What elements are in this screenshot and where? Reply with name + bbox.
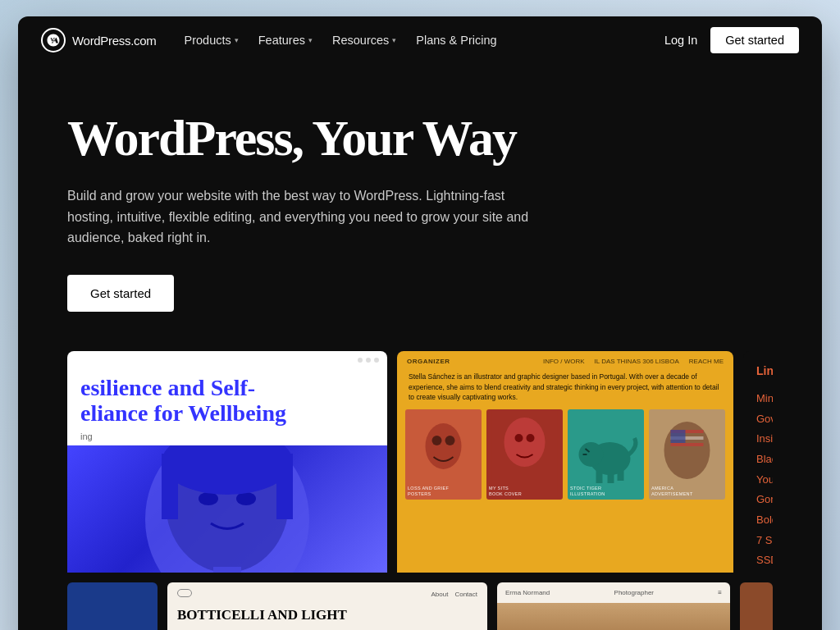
photographer-name: Erma Normand	[505, 589, 550, 596]
preview-strip: esilience and Self-eliance for Wellbeing…	[67, 351, 773, 573]
card-middle-nav: INFO / WORK IL DAS THINAS 306 LISBOA REA…	[543, 358, 724, 365]
svg-rect-21	[596, 471, 603, 483]
hero-section: WordPress, Your Way Build and grow your …	[18, 64, 822, 630]
artwork-my-sits: MY SITSBOOK COVER	[486, 409, 563, 500]
artwork-label-2: MY SITSBOOK COVER	[489, 486, 522, 497]
photographer-image	[497, 603, 730, 630]
site-name: WordPress.com	[72, 34, 157, 48]
wp-icon	[46, 33, 61, 48]
login-button[interactable]: Log In	[664, 34, 697, 47]
card-dot-2	[366, 358, 371, 363]
list-item: Gorilla Biscuits	[756, 490, 773, 510]
photographer-role: Photographer	[614, 589, 654, 596]
card-left-sub: ing	[80, 431, 374, 441]
svg-rect-23	[618, 468, 624, 481]
svg-point-11	[445, 436, 455, 445]
hero-title: WordPress, Your Way	[67, 110, 773, 166]
svg-point-10	[432, 436, 442, 445]
list-item: Youth of Today	[756, 470, 773, 491]
artwork-label-4: AMERICAADVERTISEMENT	[651, 486, 693, 497]
nav-features[interactable]: Features ▾	[250, 29, 321, 52]
nav-info: INFO / WORK	[543, 358, 585, 365]
card-dot-3	[374, 358, 379, 363]
card-left-title: esilience and Self-eliance for Wellbeing	[80, 376, 374, 427]
svg-point-15	[527, 434, 535, 442]
site-logo[interactable]: WordPress.com	[41, 28, 157, 52]
menu-icon: ≡	[718, 589, 722, 596]
svg-rect-29	[671, 430, 686, 443]
preview-card-botticelli: About Contact BOTTICELLI AND LIGHT	[167, 582, 487, 630]
svg-point-3	[236, 492, 256, 505]
card-b2-icons	[177, 589, 192, 597]
preview-card-blue	[67, 582, 158, 630]
lineup-list: Minor Threat Government Issue Inside Out…	[756, 389, 773, 573]
nav-right: Log In Get started	[664, 27, 799, 53]
artwork-label-3: STOIC TIGERILLUSTRATION	[570, 486, 605, 497]
nav-reach: REACH ME	[689, 358, 724, 365]
navbar: WordPress.com Products ▾ Features ▾ Reso…	[18, 16, 822, 64]
list-item: Inside Out	[756, 429, 773, 450]
artwork-loss-grief: LOSS AND GRIEFPOSTERS	[405, 409, 482, 500]
preview-card-resilience: esilience and Self-eliance for Wellbeing…	[67, 351, 387, 573]
preview-strip-2: About Contact BOTTICELLI AND LIGHT Erma …	[67, 573, 773, 630]
hero-cta-button[interactable]: Get started	[67, 275, 174, 312]
products-arrow-icon: ▾	[235, 36, 239, 44]
features-arrow-icon: ▾	[308, 36, 313, 44]
card-b2-nav: About Contact	[431, 591, 477, 598]
face-illustration	[67, 445, 387, 573]
svg-point-14	[515, 434, 523, 442]
preview-card-stella: ORGANIZER INFO / WORK IL DAS THINAS 306 …	[397, 351, 733, 573]
organizer-label: ORGANIZER	[407, 358, 450, 365]
svg-rect-28	[671, 443, 704, 446]
svg-point-18	[579, 442, 604, 467]
card-middle-header: ORGANIZER INFO / WORK IL DAS THINAS 306 …	[397, 351, 733, 368]
svg-point-2	[199, 492, 218, 505]
svg-point-9	[426, 423, 462, 469]
card-dot-1	[358, 358, 363, 363]
svg-rect-6	[276, 454, 293, 519]
list-item: Black Flag	[756, 450, 773, 470]
card-left-image	[67, 445, 387, 573]
nav-links: Products ▾ Features ▾ Resources ▾ Plans …	[176, 29, 664, 52]
artwork-america: AMERICAADVERTISEMENT	[649, 409, 725, 500]
hero-description: Build and grow your website with the bes…	[67, 185, 543, 249]
artwork-grid: LOSS AND GRIEFPOSTERS MY SITSBOOK COVER	[397, 409, 733, 500]
card-dots	[358, 358, 379, 363]
list-item: Minor Threat	[756, 389, 773, 409]
svg-rect-22	[608, 471, 614, 483]
list-item: Bold	[756, 510, 773, 531]
nav-products[interactable]: Products ▾	[176, 29, 247, 52]
svg-rect-5	[162, 454, 178, 519]
list-item: SSD	[756, 550, 773, 571]
about-link[interactable]: About	[431, 591, 449, 598]
contact-link[interactable]: Contact	[454, 591, 477, 598]
resources-arrow-icon: ▾	[392, 36, 396, 44]
nav-resources[interactable]: Resources ▾	[324, 29, 404, 52]
lens-icon	[177, 589, 192, 597]
card-b3-header: Erma Normand Photographer ≡	[497, 582, 730, 600]
get-started-nav-button[interactable]: Get started	[710, 27, 799, 53]
preview-card-lineup: Lineup Minor Threat Government Issue Ins…	[743, 351, 773, 573]
preview-card-brown	[740, 582, 773, 630]
card-b2-inner: About Contact BOTTICELLI AND LIGHT	[167, 582, 487, 630]
artwork-stoic-tiger: STOIC TIGERILLUSTRATION	[568, 409, 644, 500]
list-item: Government Issue	[756, 409, 773, 430]
artwork-label-1: LOSS AND GRIEFPOSTERS	[408, 486, 449, 497]
botticelli-title: BOTTICELLI AND LIGHT	[177, 607, 477, 623]
stella-bio: Stella Sánchez is an illustrator and gra…	[397, 368, 733, 409]
preview-card-erma: Erma Normand Photographer ≡	[497, 582, 730, 630]
wordpress-logo-icon	[41, 28, 66, 52]
lineup-title: Lineup	[756, 364, 773, 377]
card-left-content: esilience and Self-eliance for Wellbeing…	[67, 369, 387, 448]
card-left-header	[67, 351, 387, 369]
list-item: DYS	[756, 571, 773, 573]
nav-address: IL DAS THINAS 306 LISBOA	[595, 358, 679, 365]
browser-window: WordPress.com Products ▾ Features ▾ Reso…	[18, 16, 822, 630]
list-item: 7 Seconds	[756, 531, 773, 551]
svg-point-13	[504, 418, 546, 467]
svg-rect-7	[213, 567, 241, 573]
nav-pricing[interactable]: Plans & Pricing	[408, 29, 504, 52]
